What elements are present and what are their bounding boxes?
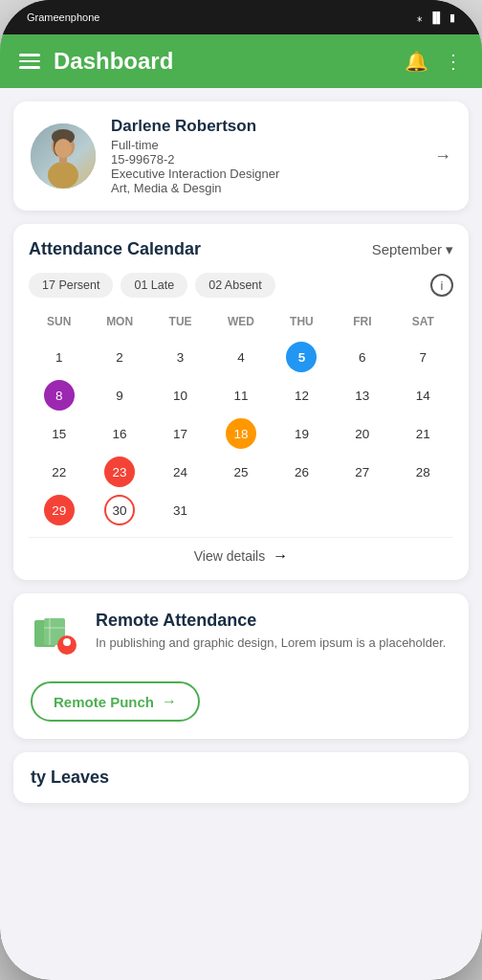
calendar-date-23[interactable]: 23 (104, 457, 135, 487)
calendar-cell[interactable]: 6 (332, 340, 392, 374)
calendar-date-6[interactable]: 6 (347, 342, 378, 372)
view-details-link[interactable]: View details → (29, 537, 453, 565)
calendar-date-4[interactable]: 4 (226, 342, 256, 372)
calendar-week-5: 293031 (29, 493, 453, 527)
calendar-cell[interactable]: 25 (210, 455, 271, 489)
calendar-date-7[interactable]: 7 (407, 342, 438, 372)
calendar-date-3[interactable]: 3 (165, 342, 196, 372)
calendar-cell[interactable]: 11 (210, 378, 271, 412)
calendar-cell (210, 493, 271, 527)
profile-info: Darlene Robertson Full-time 15-99678-2 E… (111, 117, 419, 195)
calendar-date-8[interactable]: 8 (44, 380, 75, 411)
calendar-cell[interactable]: 8 (29, 378, 89, 412)
calendar-cell[interactable]: 28 (393, 455, 453, 489)
calendar-date-11[interactable]: 11 (226, 380, 256, 411)
remote-desc: In publishing and graphic design, Lorem … (96, 635, 451, 652)
calendar-date-18[interactable]: 18 (226, 418, 256, 449)
calendar-cell[interactable]: 23 (89, 455, 149, 489)
calendar-cell[interactable]: 12 (272, 378, 332, 412)
calendar-date-22[interactable]: 22 (44, 457, 75, 487)
battery-icon: ▮ (449, 11, 455, 24)
leaves-title: ty Leaves (31, 768, 451, 788)
day-name-thu: THU (272, 311, 332, 332)
app-header: Dashboard 🔔 ⋮ (0, 34, 482, 88)
calendar-cell[interactable]: 31 (150, 493, 210, 527)
calendar-cell[interactable]: 7 (393, 340, 453, 374)
calendar-date-21[interactable]: 21 (407, 418, 438, 449)
calendar-cell[interactable]: 17 (150, 416, 210, 451)
month-selector[interactable]: September ▾ (372, 241, 453, 258)
remote-punch-button[interactable]: Remote Punch → (31, 681, 200, 722)
calendar-cell[interactable]: 14 (393, 378, 453, 412)
calendar-date-17[interactable]: 17 (165, 418, 196, 449)
calendar-date-19[interactable]: 19 (286, 418, 317, 449)
page-title: Dashboard (54, 48, 173, 75)
remote-title: Remote Attendance (96, 611, 451, 631)
calendar-cell[interactable]: 1 (29, 340, 89, 374)
calendar-date-15[interactable]: 15 (44, 418, 75, 449)
profile-name: Darlene Robertson (111, 117, 419, 136)
leaves-section: ty Leaves (13, 752, 469, 803)
calendar-date-28[interactable]: 28 (407, 457, 438, 487)
profile-dept: Art, Media & Desgin (111, 181, 419, 195)
day-name-sat: SAT (393, 311, 453, 332)
calendar-date-12[interactable]: 12 (286, 380, 317, 411)
menu-button[interactable] (19, 54, 40, 69)
calendar-cell[interactable]: 4 (210, 340, 271, 374)
calendar-cell[interactable]: 26 (272, 455, 332, 489)
calendar-date-24[interactable]: 24 (165, 457, 196, 487)
calendar-date-1[interactable]: 1 (44, 342, 75, 372)
calendar-cell[interactable]: 16 (89, 416, 149, 451)
bluetooth-icon: ⁎ (417, 11, 423, 24)
screen: Dashboard 🔔 ⋮ (0, 34, 482, 980)
calendar-date-10[interactable]: 10 (165, 380, 196, 411)
notification-icon[interactable]: 🔔 (405, 50, 428, 73)
calendar-date-25[interactable]: 25 (226, 457, 256, 487)
calendar-date-13[interactable]: 13 (347, 380, 378, 411)
calendar-date-31[interactable]: 31 (165, 495, 196, 525)
profile-arrow[interactable]: → (434, 146, 451, 167)
calendar-date-9[interactable]: 9 (104, 380, 135, 411)
calendar-date-2[interactable]: 2 (104, 342, 135, 372)
header-right: 🔔 ⋮ (405, 50, 463, 73)
calendar-week-1: 1234567 (29, 340, 453, 374)
late-badge: 01 Late (120, 273, 187, 298)
remote-punch-arrow-icon: → (162, 693, 177, 710)
calendar-date-27[interactable]: 27 (347, 457, 378, 487)
calendar-cell[interactable]: 10 (150, 378, 210, 412)
calendar-date-20[interactable]: 20 (347, 418, 378, 449)
calendar-day-headers: SUNMONTUEWEDTHUFRISAT (29, 311, 453, 332)
day-name-fri: FRI (332, 311, 392, 332)
calendar-cell[interactable]: 20 (332, 416, 392, 451)
absent-badge: 02 Absent (195, 273, 275, 298)
signal-icon: ▐▌ (428, 11, 444, 23)
calendar-date-14[interactable]: 14 (407, 380, 438, 411)
remote-content: Remote Attendance In publishing and grap… (96, 611, 451, 652)
more-options-icon[interactable]: ⋮ (444, 50, 463, 73)
calendar-cell[interactable]: 19 (272, 416, 332, 451)
calendar-cell[interactable]: 22 (29, 455, 89, 489)
calendar-date-16[interactable]: 16 (104, 418, 135, 449)
calendar-cell[interactable]: 18 (210, 416, 271, 451)
info-icon[interactable]: i (430, 274, 453, 297)
calendar-cell[interactable]: 2 (89, 340, 149, 374)
calendar-date-29[interactable]: 29 (44, 495, 75, 525)
notch (184, 0, 298, 21)
calendar-date-5[interactable]: 5 (286, 342, 317, 372)
chevron-down-icon: ▾ (446, 241, 453, 258)
calendar-cell[interactable]: 21 (393, 416, 453, 451)
profile-type: Full-time (111, 138, 419, 152)
calendar-cell[interactable]: 29 (29, 493, 89, 527)
calendar-cell[interactable]: 15 (29, 416, 89, 451)
calendar-cell[interactable]: 13 (332, 378, 392, 412)
calendar-cell[interactable]: 5 (272, 340, 332, 374)
calendar-date-26[interactable]: 26 (286, 457, 317, 487)
calendar-cell[interactable]: 30 (89, 493, 149, 527)
calendar-cell[interactable]: 3 (150, 340, 210, 374)
calendar-date-30[interactable]: 30 (104, 495, 135, 525)
calendar-cell[interactable]: 24 (150, 455, 210, 489)
calendar-cell[interactable]: 9 (89, 378, 149, 412)
day-name-wed: WED (210, 311, 271, 332)
calendar-cell[interactable]: 27 (332, 455, 392, 489)
header-left: Dashboard (19, 48, 173, 75)
